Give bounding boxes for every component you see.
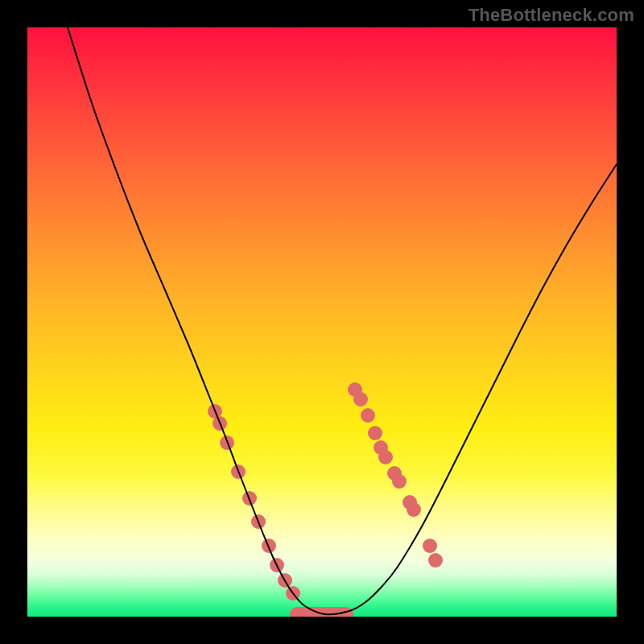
bottleneck-curve	[68, 27, 617, 614]
plot-area	[27, 27, 617, 617]
svg-point-12	[353, 392, 368, 407]
svg-point-13	[361, 408, 375, 423]
svg-point-20	[407, 502, 421, 517]
chart-frame: TheBottleneck.com	[0, 0, 644, 644]
svg-point-18	[392, 474, 407, 489]
svg-point-16	[378, 450, 393, 464]
svg-point-14	[368, 426, 382, 440]
curve-layer	[27, 27, 617, 617]
scatter-dots	[208, 382, 443, 601]
attribution-text: TheBottleneck.com	[469, 5, 634, 26]
svg-point-22	[428, 553, 443, 568]
svg-point-21	[423, 539, 437, 553]
